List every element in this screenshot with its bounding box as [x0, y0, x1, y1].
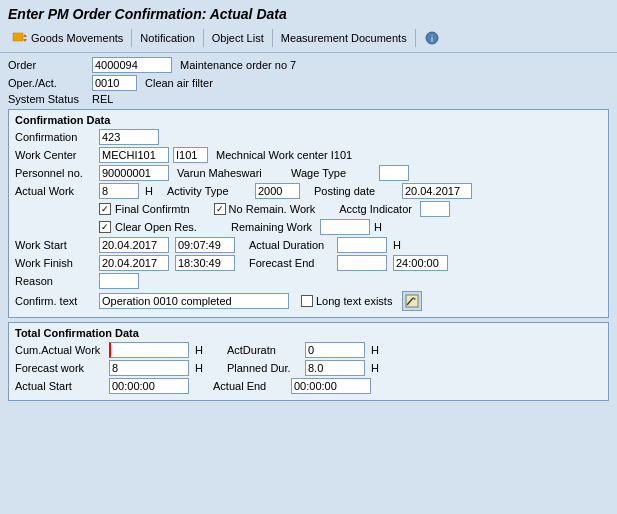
work-finish-row: Work Finish Forecast End: [15, 255, 602, 271]
confirmation-data-section: Confirmation Data Confirmation Work Cent…: [8, 109, 609, 318]
goods-movements-button[interactable]: Goods Movements: [8, 28, 127, 48]
work-start-date[interactable]: [99, 237, 169, 253]
actual-start-label: Actual Start: [15, 380, 105, 392]
actual-end-label: Actual End: [213, 380, 283, 392]
system-status-value: REL: [92, 93, 113, 105]
remaining-work-unit: H: [374, 221, 382, 233]
work-center-input2[interactable]: [173, 147, 208, 163]
forecast-end-label: Forecast End: [249, 257, 329, 269]
cum-actual-work-input[interactable]: [109, 342, 189, 358]
wage-type-label: Wage Type: [291, 167, 371, 179]
goods-movements-icon: [12, 30, 28, 46]
actual-start-input[interactable]: [109, 378, 189, 394]
personnel-name: Varun Maheswari: [177, 167, 277, 179]
act-duratn-label: ActDuratn: [227, 344, 297, 356]
cum-actual-work-label: Cum.Actual Work: [15, 344, 105, 356]
edit-icon: [405, 294, 419, 308]
wage-type-input[interactable]: [379, 165, 409, 181]
acctg-indicator-input[interactable]: [420, 201, 450, 217]
svg-rect-0: [13, 33, 23, 41]
remaining-work-input[interactable]: [320, 219, 370, 235]
work-center-input1[interactable]: [99, 147, 169, 163]
actual-work-unit: H: [145, 185, 153, 197]
forecast-work-input[interactable]: [109, 360, 189, 376]
oper-act-input[interactable]: [92, 75, 137, 91]
confirmation-data-title: Confirmation Data: [15, 114, 602, 126]
posting-date-input[interactable]: [402, 183, 472, 199]
measurement-documents-button[interactable]: Measurement Documents: [277, 30, 411, 46]
no-remain-work-label: No Remain. Work: [229, 203, 316, 215]
separator3: [272, 29, 273, 47]
page-title: Enter PM Order Confirmation: Actual Data: [0, 0, 617, 26]
extra-icon-button[interactable]: i: [420, 28, 444, 48]
personnel-row: Personnel no. Varun Maheswari Wage Type: [15, 165, 602, 181]
separator4: [415, 29, 416, 47]
forecast-end-time[interactable]: [393, 255, 448, 271]
reason-label: Reason: [15, 275, 95, 287]
personnel-label: Personnel no.: [15, 167, 95, 179]
work-start-label: Work Start: [15, 239, 95, 251]
planned-dur-unit: H: [371, 362, 379, 374]
no-remain-work-checkbox[interactable]: [214, 203, 226, 215]
total-confirmation-section: Total Confirmation Data Cum.Actual Work …: [8, 322, 609, 401]
main-content: Order Maintenance order no 7 Oper./Act. …: [0, 53, 617, 409]
actual-work-input[interactable]: [99, 183, 139, 199]
svg-marker-2: [23, 39, 27, 42]
forecast-end-input[interactable]: [337, 255, 387, 271]
separator1: [131, 29, 132, 47]
act-duratn-input[interactable]: [305, 342, 365, 358]
work-center-description: Mechnical Work center I101: [216, 149, 352, 161]
forecast-work-unit: H: [195, 362, 203, 374]
checkboxes-row1: Final Confirmtn No Remain. Work Acctg In…: [99, 201, 602, 217]
actual-duration-input[interactable]: [337, 237, 387, 253]
work-center-label: Work Center: [15, 149, 95, 161]
svg-text:i: i: [431, 34, 433, 44]
final-confirmtn-label: Final Confirmtn: [115, 203, 190, 215]
total-confirmation-title: Total Confirmation Data: [15, 327, 602, 339]
oper-act-row: Oper./Act. Clean air filter: [8, 75, 609, 91]
act-duratn-unit: H: [371, 344, 379, 356]
edit-text-button[interactable]: [402, 291, 422, 311]
confirm-text-row: Confirm. text Long text exists: [15, 291, 602, 311]
final-confirmtn-checkbox[interactable]: [99, 203, 111, 215]
order-input[interactable]: [92, 57, 172, 73]
confirmation-row: Confirmation: [15, 129, 602, 145]
confirm-text-input[interactable]: [99, 293, 289, 309]
actual-work-label: Actual Work: [15, 185, 95, 197]
object-list-label: Object List: [212, 32, 264, 44]
reason-row: Reason: [15, 273, 602, 289]
toolbar: Goods Movements Notification Object List…: [0, 26, 617, 53]
work-start-time[interactable]: [175, 237, 235, 253]
notification-label: Notification: [140, 32, 194, 44]
actual-duration-unit: H: [393, 239, 401, 251]
planned-dur-label: Planned Dur.: [227, 362, 297, 374]
order-label: Order: [8, 59, 88, 71]
long-text-label: Long text exists: [316, 295, 392, 307]
goods-movements-label: Goods Movements: [31, 32, 123, 44]
system-status-label: System Status: [8, 93, 88, 105]
activity-type-label: Activity Type: [167, 185, 247, 197]
reason-input[interactable]: [99, 273, 139, 289]
extra-icon: i: [424, 30, 440, 46]
work-finish-time[interactable]: [175, 255, 235, 271]
object-list-button[interactable]: Object List: [208, 30, 268, 46]
activity-type-input[interactable]: [255, 183, 300, 199]
planned-dur-input[interactable]: [305, 360, 365, 376]
separator2: [203, 29, 204, 47]
cum-actual-work-row: Cum.Actual Work H ActDuratn H: [15, 342, 602, 358]
svg-marker-1: [23, 34, 27, 37]
clear-open-res-checkbox[interactable]: [99, 221, 111, 233]
cum-actual-work-unit: H: [195, 344, 203, 356]
oper-act-description: Clean air filter: [145, 77, 213, 89]
remaining-work-label: Remaining Work: [231, 221, 312, 233]
confirmation-input[interactable]: [99, 129, 159, 145]
forecast-work-row: Forecast work H Planned Dur. H: [15, 360, 602, 376]
posting-date-label: Posting date: [314, 185, 394, 197]
work-finish-label: Work Finish: [15, 257, 95, 269]
actual-work-row: Actual Work H Activity Type Posting date: [15, 183, 602, 199]
work-finish-date[interactable]: [99, 255, 169, 271]
actual-end-input[interactable]: [291, 378, 371, 394]
long-text-checkbox[interactable]: [301, 295, 313, 307]
notification-button[interactable]: Notification: [136, 30, 198, 46]
personnel-input[interactable]: [99, 165, 169, 181]
